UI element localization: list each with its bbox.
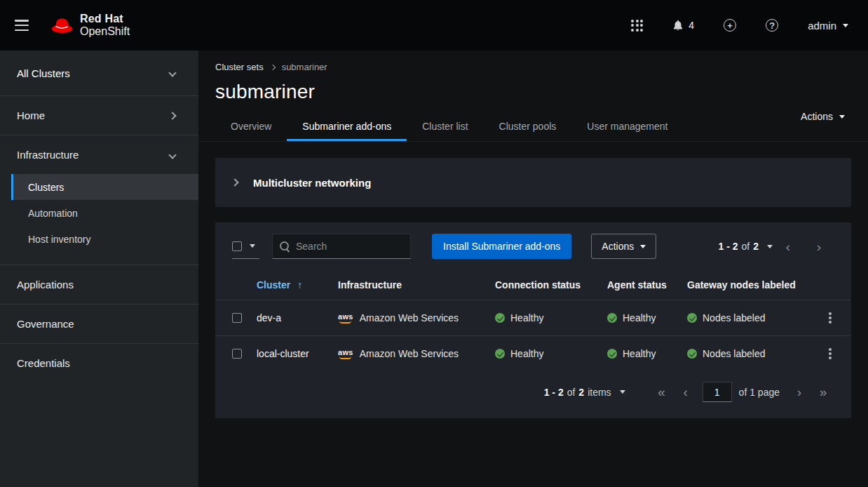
pagination-menu-toggle[interactable]: 1 - 2 of 2 xyxy=(719,241,773,252)
check-circle-icon xyxy=(607,349,617,359)
help-icon[interactable]: ? xyxy=(766,19,778,32)
pagination-items-label: items xyxy=(588,387,611,398)
chevron-down-icon xyxy=(168,151,176,159)
plus-glyph: + xyxy=(724,19,736,32)
submariner-addons-card: Install Submariner add-ons Actions 1 - 2… xyxy=(215,222,851,418)
check-circle-icon xyxy=(495,349,505,359)
next-page-button[interactable]: › xyxy=(788,381,811,403)
bulk-select-dropdown[interactable] xyxy=(232,234,259,259)
page-actions-dropdown[interactable]: Actions xyxy=(801,111,845,122)
first-page-button[interactable]: « xyxy=(651,381,673,403)
infrastructure-label: Amazon Web Services xyxy=(360,348,459,359)
nav-label: Infrastructure xyxy=(17,149,79,161)
breadcrumb: Cluster sets submariner xyxy=(215,62,851,72)
aws-smile xyxy=(339,356,351,359)
pagination-of-label: of xyxy=(567,387,576,398)
caret-down-icon xyxy=(250,244,255,248)
column-label: Cluster xyxy=(257,279,290,291)
aws-smile xyxy=(339,321,351,323)
pagination-of-label: of xyxy=(742,241,750,252)
sidebar-item-clusters[interactable]: Clusters xyxy=(11,174,198,200)
last-page-button[interactable]: » xyxy=(812,381,834,403)
row-kebab-menu-icon[interactable] xyxy=(820,344,840,363)
bulk-select-checkbox[interactable] xyxy=(232,241,242,251)
table-header-row: Cluster↑ Infrastructure Connection statu… xyxy=(215,270,851,300)
page-title: submariner xyxy=(215,81,851,103)
check-circle-icon xyxy=(687,349,697,359)
column-header-agent-status[interactable]: Agent status xyxy=(607,270,687,300)
actions-label: Actions xyxy=(801,111,833,122)
aws-icon: aws xyxy=(338,349,353,359)
connection-status: Healthy xyxy=(510,312,543,323)
page-header: Cluster sets submariner submariner Actio… xyxy=(198,51,868,142)
actions-label: Actions xyxy=(602,241,634,252)
table-row: local-cluster aws Amazon Web Services He… xyxy=(215,336,851,372)
notification-bell-icon[interactable]: 4 xyxy=(672,20,694,31)
row-checkbox[interactable] xyxy=(232,349,242,359)
brand-redhat-text: Red Hat xyxy=(80,13,130,25)
infrastructure-subnav: Clusters Automation Host inventory xyxy=(11,174,198,252)
row-kebab-menu-icon[interactable] xyxy=(820,308,840,328)
tab-cluster-list[interactable]: Cluster list xyxy=(407,114,483,141)
column-header-infrastructure[interactable]: Infrastructure xyxy=(338,270,495,300)
tab-submariner-add-ons[interactable]: Submariner add-ons xyxy=(287,114,407,141)
gateway-status: Nodes labeled xyxy=(703,312,766,323)
pagination-range: 1 - 2 xyxy=(719,241,738,252)
question-glyph: ? xyxy=(766,19,778,32)
aws-word: aws xyxy=(338,313,353,321)
sidebar-item-applications[interactable]: Applications xyxy=(0,265,198,304)
breadcrumb-cluster-sets[interactable]: Cluster sets xyxy=(215,62,264,72)
sort-ascending-icon[interactable]: ↑ xyxy=(297,279,302,291)
user-menu[interactable]: admin xyxy=(808,20,848,32)
cluster-perspective-switcher[interactable]: All Clusters xyxy=(0,51,198,95)
sidebar-item-credentials[interactable]: Credentials xyxy=(0,344,198,382)
toolbar-actions-dropdown[interactable]: Actions xyxy=(591,234,656,259)
chevron-right-icon xyxy=(168,112,176,119)
search-input[interactable] xyxy=(296,241,403,252)
agent-status: Healthy xyxy=(623,312,656,323)
sidebar-item-automation[interactable]: Automation xyxy=(11,200,198,226)
check-circle-icon xyxy=(687,313,697,323)
nav-label: Governance xyxy=(17,318,74,330)
footer-pagination: 1 - 2 of 2 items « ‹ of 1 page › » xyxy=(215,371,851,418)
infrastructure-label: Amazon Web Services xyxy=(360,312,459,323)
cluster-name: local-cluster xyxy=(257,336,330,371)
connection-status: Healthy xyxy=(510,348,543,359)
column-header-cluster[interactable]: Cluster↑ xyxy=(257,270,338,300)
agent-status: Healthy xyxy=(623,348,656,359)
top-next-page-button[interactable]: › xyxy=(803,236,834,258)
tab-user-management[interactable]: User management xyxy=(571,114,683,141)
header-kebab-cell xyxy=(818,270,851,300)
nav-label: Applications xyxy=(17,279,74,291)
current-page-input[interactable] xyxy=(703,382,732,402)
pagination-controls: « ‹ of 1 page › » xyxy=(651,381,834,403)
subnav-label: Clusters xyxy=(28,182,64,193)
aws-icon: aws xyxy=(338,313,353,323)
nav-label: Home xyxy=(17,109,45,121)
page-of-label: of 1 page xyxy=(739,387,780,398)
sidebar-item-host-inventory[interactable]: Host inventory xyxy=(11,226,198,252)
sidebar-item-infrastructure[interactable]: Infrastructure xyxy=(0,135,198,174)
search-box xyxy=(272,234,411,259)
chevron-down-icon xyxy=(168,69,176,76)
sidebar-nav: All Clusters Home Infrastructure Cluster… xyxy=(0,51,198,487)
tab-cluster-pools[interactable]: Cluster pools xyxy=(484,114,572,141)
column-header-gateway-nodes[interactable]: Gateway nodes labeled xyxy=(687,270,818,300)
add-circle-icon[interactable]: + xyxy=(724,19,736,32)
tab-overview[interactable]: Overview xyxy=(215,114,287,141)
install-submariner-button[interactable]: Install Submariner add-ons xyxy=(432,234,571,259)
top-previous-page-button[interactable]: ‹ xyxy=(773,236,803,258)
app-launcher-icon[interactable] xyxy=(631,20,643,32)
sidebar-item-governance[interactable]: Governance xyxy=(0,305,198,343)
hamburger-menu-icon[interactable] xyxy=(15,20,29,31)
row-checkbox[interactable] xyxy=(232,313,242,323)
check-circle-icon xyxy=(495,313,505,323)
footer-pagination-menu-toggle[interactable]: 1 - 2 of 2 items xyxy=(544,387,625,398)
previous-page-button[interactable]: ‹ xyxy=(674,381,697,403)
multicluster-networking-section[interactable]: Multicluster networking xyxy=(215,158,851,207)
sidebar-item-home[interactable]: Home xyxy=(0,96,198,135)
expand-chevron-icon[interactable] xyxy=(231,178,238,186)
redhat-openshift-logo[interactable]: Red Hat OpenShift xyxy=(51,13,130,39)
column-header-connection-status[interactable]: Connection status xyxy=(495,270,607,300)
pagination-total: 2 xyxy=(578,387,584,398)
